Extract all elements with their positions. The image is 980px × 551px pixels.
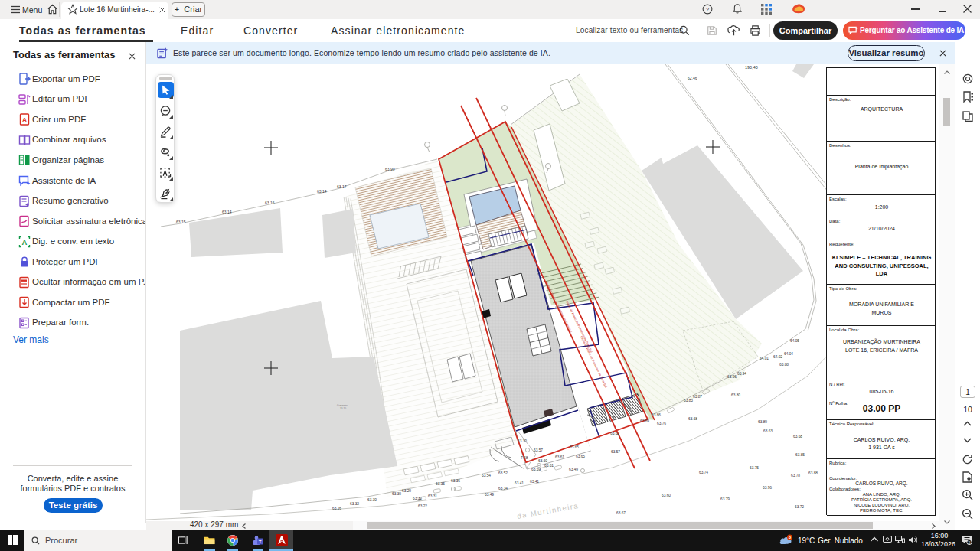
svg-text:63.60: 63.60 — [538, 459, 547, 463]
svg-text:63.75: 63.75 — [750, 466, 759, 470]
svg-text:63.79: 63.79 — [720, 497, 730, 501]
svg-text:?: ? — [706, 6, 710, 13]
svg-text:63.41: 63.41 — [514, 481, 524, 485]
svg-text:63.22: 63.22 — [418, 504, 427, 508]
svg-text:63.30: 63.30 — [392, 492, 401, 496]
svg-text:A: A — [22, 116, 28, 124]
svg-text:63.96: 63.96 — [763, 486, 772, 490]
svg-text:63.14: 63.14 — [222, 210, 232, 214]
svg-text:63.88: 63.88 — [779, 363, 789, 367]
svg-text:63.31: 63.31 — [428, 494, 437, 498]
svg-text:63.35: 63.35 — [436, 482, 445, 486]
svg-text:63.30: 63.30 — [368, 498, 377, 502]
svg-text:63.30: 63.30 — [518, 439, 527, 443]
svg-text:63.85: 63.85 — [795, 453, 805, 457]
svg-text:da Murtinheira: da Murtinheira — [516, 501, 579, 520]
svg-text:63.17: 63.17 — [337, 184, 347, 189]
svg-text:190,40: 190,40 — [745, 65, 758, 70]
svg-text:63.74: 63.74 — [699, 471, 708, 474]
svg-text:63.76: 63.76 — [657, 422, 666, 425]
svg-text:63.49: 63.49 — [569, 468, 578, 471]
svg-text:63.52: 63.52 — [498, 471, 508, 475]
svg-text:63.54: 63.54 — [482, 474, 491, 478]
svg-text:63.72: 63.72 — [795, 505, 804, 509]
svg-text:64.05: 64.05 — [790, 339, 799, 343]
svg-text:63.89: 63.89 — [758, 420, 767, 424]
svg-text:63.32: 63.32 — [350, 502, 359, 506]
svg-text:63.57: 63.57 — [611, 450, 620, 454]
svg-text:63.78: 63.78 — [791, 474, 800, 478]
svg-text:63.88: 63.88 — [808, 471, 818, 475]
svg-text:63.34: 63.34 — [498, 487, 508, 491]
svg-text:63.14: 63.14 — [317, 189, 327, 194]
svg-text:63.62: 63.62 — [610, 432, 619, 435]
svg-text:63.68: 63.68 — [688, 417, 697, 421]
svg-text:70.10: 70.10 — [340, 407, 346, 410]
svg-text:63.94: 63.94 — [737, 372, 746, 376]
svg-text:63.69: 63.69 — [640, 419, 649, 423]
svg-text:63.63: 63.63 — [763, 429, 773, 433]
svg-text:63.65: 63.65 — [570, 445, 579, 449]
svg-text:63.99: 63.99 — [385, 167, 395, 171]
svg-text:63.57: 63.57 — [534, 448, 543, 452]
svg-text:A: A — [22, 238, 28, 246]
svg-text:63.16: 63.16 — [265, 201, 275, 205]
svg-text:63.49: 63.49 — [485, 493, 494, 497]
svg-text:63.59: 63.59 — [531, 468, 541, 471]
svg-text:63.61: 63.61 — [555, 455, 564, 459]
svg-text:64.02: 64.02 — [773, 355, 782, 359]
svg-text:63.29: 63.29 — [402, 489, 411, 493]
svg-text:63.15: 63.15 — [176, 220, 186, 224]
svg-text:63.86: 63.86 — [652, 413, 661, 417]
svg-text:63.65: 63.65 — [576, 455, 585, 458]
svg-text:62.46: 62.46 — [688, 76, 697, 80]
svg-text:63.68: 63.68 — [793, 435, 802, 439]
svg-text:63.36: 63.36 — [451, 479, 460, 483]
svg-text:63.83: 63.83 — [684, 399, 693, 403]
svg-text:63.96: 63.96 — [727, 375, 737, 379]
svg-text:63.67: 63.67 — [616, 511, 626, 515]
svg-text:63.80: 63.80 — [731, 393, 740, 397]
svg-text:63.30: 63.30 — [413, 497, 422, 500]
svg-text:63.41: 63.41 — [530, 480, 539, 484]
svg-text:63.87: 63.87 — [693, 395, 702, 399]
svg-text:64.04: 64.04 — [784, 352, 793, 356]
svg-text:63.26: 63.26 — [332, 507, 341, 510]
svg-text:63.61: 63.61 — [544, 464, 554, 468]
svg-text:63.60: 63.60 — [662, 494, 671, 497]
svg-text:64.01: 64.01 — [760, 357, 769, 360]
svg-text:7.48: 7.48 — [521, 456, 528, 460]
